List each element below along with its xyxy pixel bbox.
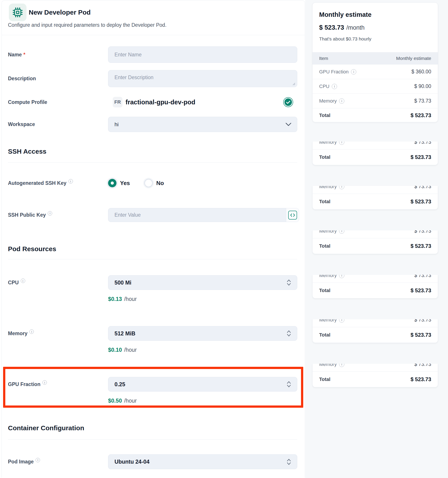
ssh-key-option-no[interactable]: No <box>144 179 164 188</box>
estimate-fragment-card: Memory $ 73.73 Total $ 523.73 <box>312 230 438 254</box>
memory-price-amount: $0.10 <box>108 347 122 353</box>
estimate-amount: $ 523.73 <box>319 24 344 31</box>
info-icon[interactable] <box>36 458 40 462</box>
fragment-total-row: Total $ 523.73 <box>312 283 438 298</box>
info-icon[interactable] <box>332 84 337 89</box>
fragment-memory-value: $ 73.73 <box>414 141 431 145</box>
fragment-memory-value: $ 73.73 <box>414 364 431 367</box>
pod-image-stepper-select[interactable]: Ubuntu 24-04 <box>108 454 297 469</box>
textarea-resize-handle-icon[interactable] <box>292 82 295 86</box>
stepper-up-down-icon[interactable] <box>286 330 291 337</box>
compute-profile-value: fractional-gpu-dev-pod <box>125 95 195 109</box>
fragment-total-row: Total $ 523.73 <box>312 238 438 254</box>
estimate-row-value: $ 73.73 <box>414 98 431 104</box>
chevron-down-icon <box>286 123 291 126</box>
memory-price: $0.10 /hour <box>108 345 137 355</box>
radio-unselected-icon[interactable] <box>144 179 153 187</box>
cpu-label: CPU <box>8 275 25 290</box>
gpu-fraction-price: $0.50 /hour <box>108 396 137 405</box>
estimate-row-label: GPU Fraction <box>319 69 356 75</box>
estimate-total-row: Total $ 523.73 <box>312 108 438 122</box>
compute-profile-label: Compute Profile <box>8 95 47 109</box>
name-label-text: Name <box>8 52 22 58</box>
gpu-fraction-price-suffix: /hour <box>124 397 137 404</box>
fragment-memory-row-clipped: Memory $ 73.73 <box>312 186 438 194</box>
name-input-wrap <box>108 46 297 63</box>
page-subtitle: Configure and input required parameters … <box>8 22 166 28</box>
name-input[interactable] <box>108 47 297 63</box>
fragment-total-label: Total <box>319 377 330 382</box>
info-icon <box>339 319 344 323</box>
estimate-row-value: $ 360.00 <box>411 69 431 75</box>
fragment-memory-row-clipped: Memory $ 73.73 <box>312 230 438 238</box>
memory-price-suffix: /hour <box>124 347 137 353</box>
monthly-estimate-card: Monthly estimate $ 523.73 /month That's … <box>312 2 438 122</box>
required-asterisk: * <box>23 52 25 58</box>
estimate-fragment-card: Memory $ 73.73 Total $ 523.73 <box>312 275 438 298</box>
info-icon <box>339 364 344 367</box>
estimate-row-label-text: Memory <box>319 98 337 104</box>
gpu-fraction-label: GPU Fraction <box>8 377 47 391</box>
workspace-label-text: Workspace <box>8 121 35 127</box>
cpu-label-text: CPU <box>8 280 19 286</box>
cpu-value: 500 Mi <box>114 279 131 286</box>
fragment-memory-label: Memory <box>319 230 337 234</box>
info-icon <box>339 275 344 278</box>
stepper-up-down-icon[interactable] <box>286 458 291 466</box>
pod-resources-heading: Pod Resources <box>8 245 56 253</box>
description-label: Description <box>8 70 36 87</box>
cpu-price-amount: $0.13 <box>108 296 122 302</box>
estimate-row-memory: Memory $ 73.73 <box>312 94 438 108</box>
fragment-total-label: Total <box>319 243 330 249</box>
fragment-memory-label: Memory <box>319 186 337 189</box>
fragment-total-label: Total <box>319 288 330 293</box>
info-icon[interactable] <box>339 98 344 104</box>
info-icon <box>339 141 344 145</box>
estimate-row-label-text: CPU <box>319 84 329 89</box>
fragment-total-value: $ 523.73 <box>411 287 431 294</box>
estimate-period: /month <box>346 24 365 31</box>
fragment-memory-value: $ 73.73 <box>414 230 431 234</box>
fragment-total-value: $ 523.73 <box>411 332 431 338</box>
info-icon[interactable] <box>43 380 47 385</box>
info-icon[interactable] <box>68 179 73 183</box>
cpu-price: $0.13 /hour <box>108 294 137 304</box>
ssh-key-option-yes[interactable]: Yes <box>108 179 130 188</box>
stepper-up-down-icon[interactable] <box>286 380 291 388</box>
ssh-public-key-input[interactable] <box>108 208 286 222</box>
code-brackets-icon <box>288 211 297 220</box>
estimate-title: Monthly estimate <box>319 11 372 18</box>
fragment-memory-row-clipped: Memory $ 73.73 <box>312 364 438 372</box>
info-icon <box>339 186 344 189</box>
estimate-row-label: Memory <box>319 98 344 104</box>
fragment-total-label: Total <box>319 332 330 338</box>
radio-selected-icon[interactable] <box>108 179 117 187</box>
estimate-fragment-card: Memory $ 73.73 Total $ 523.73 <box>312 319 438 343</box>
info-icon[interactable] <box>351 69 356 75</box>
workspace-select[interactable]: hi <box>108 117 297 132</box>
fragment-memory-row-clipped: Memory $ 73.73 <box>312 319 438 327</box>
ssh-public-key-label: SSH Public Key <box>8 208 52 222</box>
cpu-price-suffix: /hour <box>124 296 137 302</box>
pod-image-label-text: Pod Image <box>8 459 34 465</box>
info-icon[interactable] <box>29 329 34 334</box>
fragment-memory-label: Memory <box>319 275 337 278</box>
fragment-memory-value: $ 73.73 <box>414 319 431 323</box>
fragment-memory-value: $ 73.73 <box>414 186 431 189</box>
ssh-key-code-editor-button[interactable] <box>286 208 299 222</box>
description-label-text: Description <box>8 75 36 82</box>
pod-image-value: Ubuntu 24-04 <box>114 459 149 465</box>
cpu-stepper-select[interactable]: 500 Mi <box>108 275 297 290</box>
estimate-row-label-text: GPU Fraction <box>319 69 348 75</box>
gpu-fraction-stepper-select[interactable]: 0.25 <box>108 377 297 391</box>
info-icon[interactable] <box>48 211 52 216</box>
container-configuration-heading: Container Configuration <box>8 424 84 432</box>
fragment-memory-label: Memory <box>319 319 337 323</box>
page-title: New Developer Pod <box>29 7 91 18</box>
info-icon[interactable] <box>21 279 25 283</box>
description-textarea[interactable] <box>108 70 297 87</box>
ssh-public-key-input-wrap <box>108 208 299 222</box>
developer-pod-chip-icon <box>9 4 26 21</box>
stepper-up-down-icon[interactable] <box>286 279 291 286</box>
memory-stepper-select[interactable]: 512 MiB <box>108 326 297 341</box>
